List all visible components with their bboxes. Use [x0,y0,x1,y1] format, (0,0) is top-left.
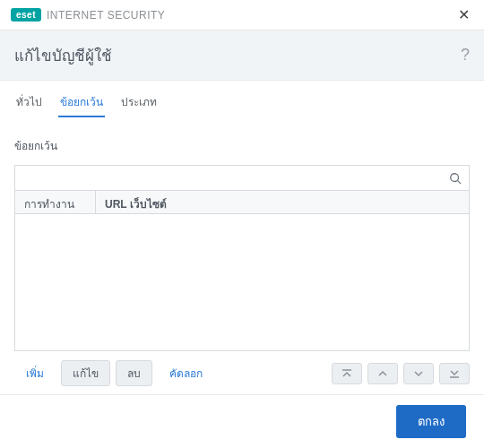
move-up-button[interactable] [367,363,398,384]
brand-product: INTERNET SECURITY [47,9,165,22]
move-bottom-icon [448,368,461,379]
tab-category[interactable]: ประเภท [119,88,159,117]
help-button[interactable]: ? [461,46,470,65]
exceptions-table: การทำงาน URL เว็บไซต์ [14,190,470,351]
move-bottom-button[interactable] [439,363,470,384]
chevron-down-icon [412,368,425,379]
add-button[interactable]: เพิ่ม [14,360,56,386]
tab-bar: ทั่วไป ข้อยกเว้น ประเภท [0,81,484,117]
dialog-header: แก้ไขบัญชีผู้ใช้ ? [0,30,484,81]
move-down-button[interactable] [403,363,434,384]
table-header: การทำงาน URL เว็บไซต์ [15,191,469,214]
tab-exceptions[interactable]: ข้อยกเว้น [58,88,105,117]
search-icon [449,172,462,185]
tab-general[interactable]: ทั่วไป [14,88,44,117]
move-top-icon [341,368,353,379]
action-bar: เพิ่ม แก้ไข ลบ คัดลอก [14,360,470,386]
column-action[interactable]: การทำงาน [15,191,96,213]
section-label: ข้อยกเว้น [14,137,470,154]
ok-button[interactable]: ตกลง [396,405,466,438]
dialog-footer: ตกลง [0,394,484,448]
brand-badge: eset [11,8,41,22]
copy-button[interactable]: คัดลอก [158,360,214,386]
help-icon: ? [461,46,470,64]
page-title: แก้ไขบัญชีผู้ใช้ [14,43,461,67]
move-top-button[interactable] [332,363,362,384]
search-row [14,165,470,190]
title-bar: eset INTERNET SECURITY ✕ [0,0,484,30]
svg-line-1 [458,180,462,184]
search-button[interactable] [442,166,469,190]
close-button[interactable]: ✕ [454,4,473,26]
search-input[interactable] [15,166,442,190]
svg-point-0 [451,173,459,181]
table-empty [15,214,469,350]
chevron-up-icon [376,368,389,379]
column-url[interactable]: URL เว็บไซต์ [96,191,469,213]
close-icon: ✕ [458,7,470,22]
edit-button[interactable]: แก้ไข [61,360,110,386]
table-body[interactable] [15,214,469,350]
content-area: ข้อยกเว้น การทำงาน URL เว็บไซต์ เพิ่ม แก… [0,117,484,397]
delete-button[interactable]: ลบ [116,360,152,386]
